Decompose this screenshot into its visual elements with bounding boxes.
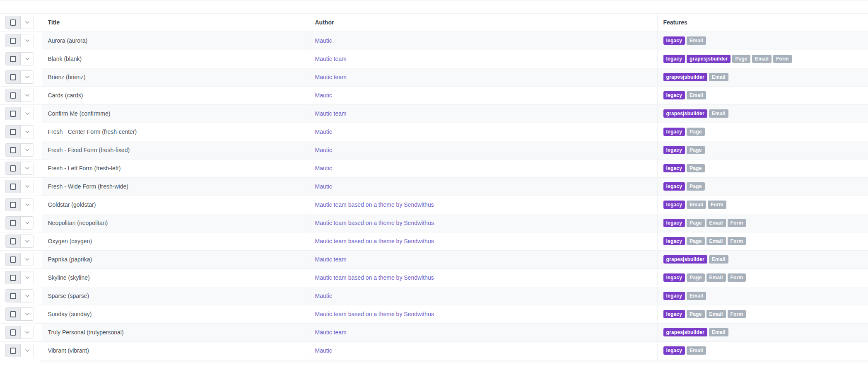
row-select-checkbox[interactable] (5, 235, 21, 247)
row-select-cell (0, 268, 42, 287)
title-cell: Truly Personal (trulypersonal) (42, 323, 309, 341)
features-cell: legacyEmailForm (657, 196, 868, 214)
row-select-checkbox[interactable] (5, 162, 21, 174)
row-actions-dropdown[interactable] (21, 180, 34, 193)
author-cell: Mautic team (309, 323, 657, 341)
row-select-checkbox[interactable] (5, 198, 21, 211)
author-cell: Mautic (309, 341, 657, 360)
row-select-checkbox[interactable] (5, 290, 21, 302)
chevron-down-icon (25, 21, 29, 24)
chevron-down-icon (25, 203, 29, 206)
author-link[interactable]: Mautic team based on a theme by Sendwith… (315, 311, 434, 317)
row-select-checkbox[interactable] (5, 326, 21, 339)
author-link[interactable]: Mautic team (315, 74, 347, 80)
row-actions-dropdown[interactable] (21, 198, 34, 211)
row-actions-dropdown[interactable] (21, 308, 34, 320)
row-select-checkbox[interactable] (5, 253, 21, 266)
title-cell: Neopolitan (neopolitan) (42, 214, 309, 232)
feature-badge-form: Form (728, 219, 746, 227)
row-select-group (5, 307, 34, 321)
row-actions-dropdown[interactable] (21, 235, 34, 247)
row-actions-dropdown[interactable] (21, 126, 34, 138)
row-select-checkbox[interactable] (5, 271, 21, 284)
chevron-down-icon (25, 240, 29, 242)
author-link[interactable]: Mautic (315, 165, 332, 172)
chevron-down-icon (25, 167, 29, 169)
author-link[interactable]: Mautic team (315, 329, 347, 336)
author-link[interactable]: Mautic (315, 128, 332, 135)
feature-badges: legacyPageEmailForm (658, 237, 868, 245)
theme-title: Paprika (paprika) (42, 256, 309, 263)
row-select-checkbox[interactable] (5, 144, 21, 156)
author-link[interactable]: Mautic team based on a theme by Sendwith… (315, 274, 434, 281)
row-actions-dropdown[interactable] (21, 217, 34, 229)
author-link[interactable]: Mautic team (315, 110, 347, 117)
theme-title: Sunday (sunday) (42, 311, 309, 317)
author-link[interactable]: Mautic team based on a theme by Sendwith… (315, 201, 434, 208)
author-link[interactable]: Mautic team (315, 56, 347, 62)
row-select-group (5, 253, 34, 266)
author-cell: Mautic (309, 287, 657, 305)
row-select-checkbox[interactable] (5, 344, 21, 357)
row-actions-dropdown[interactable] (21, 71, 34, 83)
column-header-author[interactable]: Author (309, 14, 657, 31)
row-actions-dropdown[interactable] (21, 34, 34, 47)
table-row: Vibrant (vibrant) Mautic legacyEmail (0, 341, 868, 360)
feature-badge-email: Email (687, 346, 706, 355)
row-actions-dropdown[interactable] (21, 53, 34, 65)
table-row: Fresh - Fixed Form (fresh-fixed) Mautic … (0, 141, 868, 159)
features-cell: grapesjsbuilderEmail (657, 68, 868, 86)
row-actions-dropdown[interactable] (21, 89, 34, 102)
row-select-checkbox[interactable] (5, 53, 21, 65)
feature-badge-email: Email (687, 91, 706, 99)
checkbox-icon (10, 147, 16, 153)
column-header-title[interactable]: Title (42, 14, 309, 31)
row-select-checkbox[interactable] (5, 217, 21, 229)
title-cell: Fresh - Fixed Form (fresh-fixed) (42, 141, 309, 159)
row-actions-dropdown[interactable] (21, 162, 34, 174)
row-select-checkbox[interactable] (5, 89, 21, 102)
feature-badges: grapesjsbuilderEmail (658, 255, 868, 264)
column-header-label: Title (42, 19, 309, 26)
select-all-group (5, 16, 34, 29)
row-actions-dropdown[interactable] (21, 271, 34, 284)
row-select-group (5, 34, 34, 47)
row-select-checkbox[interactable] (5, 71, 21, 83)
row-select-checkbox[interactable] (5, 308, 21, 320)
feature-badge-legacy: legacy (663, 237, 685, 245)
author-link[interactable]: Mautic (315, 183, 332, 190)
row-select-checkbox[interactable] (5, 180, 21, 193)
feature-badge-legacy: legacy (663, 55, 685, 63)
checkbox-icon (10, 238, 16, 244)
row-actions-dropdown[interactable] (21, 107, 34, 120)
row-actions-dropdown[interactable] (21, 344, 34, 357)
author-link[interactable]: Mautic team based on a theme by Sendwith… (315, 220, 434, 226)
author-link[interactable]: Mautic team (315, 256, 347, 263)
row-actions-dropdown[interactable] (21, 144, 34, 156)
feature-badge-form: Form (728, 273, 746, 282)
row-actions-dropdown[interactable] (21, 253, 34, 266)
header-actions-dropdown[interactable] (21, 16, 34, 29)
row-select-group (5, 271, 34, 284)
theme-title: Oxygen (oxygen) (42, 238, 309, 244)
author-link[interactable]: Mautic (315, 92, 332, 99)
row-select-checkbox[interactable] (5, 107, 21, 120)
author-link[interactable]: Mautic team based on a theme by Sendwith… (315, 238, 434, 244)
select-all-checkbox[interactable] (5, 16, 21, 29)
author-link[interactable]: Mautic (315, 147, 332, 153)
author-link[interactable]: Mautic (315, 347, 332, 354)
title-cell: Paprika (paprika) (42, 250, 309, 268)
row-actions-dropdown[interactable] (21, 290, 34, 302)
chevron-down-icon (25, 313, 29, 315)
feature-badge-page: Page (687, 237, 704, 245)
author-cell: Mautic (309, 86, 657, 104)
row-actions-dropdown[interactable] (21, 326, 34, 339)
author-cell: Mautic team (309, 104, 657, 123)
author-link[interactable]: Mautic (315, 37, 332, 44)
author-link[interactable]: Mautic (315, 293, 332, 299)
title-cell: Fresh - Center Form (fresh-center) (42, 123, 309, 141)
row-select-checkbox[interactable] (5, 126, 21, 138)
checkbox-icon (10, 256, 16, 263)
theme-title: Fresh - Left Form (fresh-left) (42, 165, 309, 172)
row-select-checkbox[interactable] (5, 34, 21, 47)
